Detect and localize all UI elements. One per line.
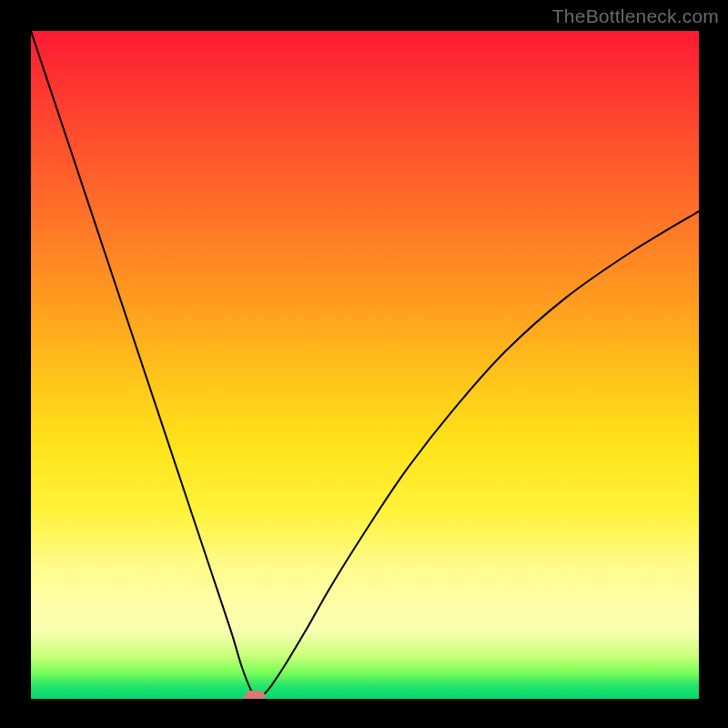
curve-layer	[31, 31, 699, 699]
plot-area	[31, 31, 699, 699]
bottleneck-curve	[31, 31, 699, 699]
minimum-marker	[244, 690, 265, 699]
chart-container: TheBottleneck.com	[0, 0, 728, 728]
watermark-text: TheBottleneck.com	[552, 5, 719, 27]
